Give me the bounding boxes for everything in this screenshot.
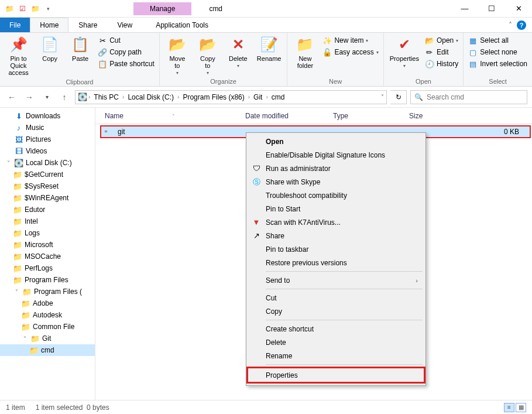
tree-folder[interactable]: Edutor [0,204,95,215]
file-tab[interactable]: File [0,18,30,32]
tree-videos[interactable]: 🎞Videos [0,145,95,157]
help-icon[interactable]: ? [517,20,526,30]
chevron-right-icon[interactable]: › [177,94,179,100]
back-button[interactable]: ← [5,90,19,104]
application-tools-tab[interactable]: Application Tools [146,18,218,32]
tree-folder[interactable]: Microsoft [0,239,95,251]
ctx-send-to[interactable]: Send to› [248,273,424,287]
tree-folder-current[interactable]: cmd [0,344,95,356]
tree-folder[interactable]: Common File [0,321,95,333]
tree-downloads[interactable]: ⬇Downloads [0,110,95,122]
details-view-button[interactable]: ≡ [504,403,514,412]
breadcrumb-item[interactable]: Local Disk (C:) [125,93,176,101]
address-dropdown-icon[interactable]: ˅ [381,94,384,100]
breadcrumb-item[interactable]: This PC [91,93,121,101]
new-item-button[interactable]: ✨New item ▾ [321,35,379,46]
tree-folder[interactable]: $GetCurrent [0,169,95,180]
edit-button[interactable]: ✏Edit [424,47,459,57]
search-box[interactable]: 🔍 [410,90,527,104]
invert-selection-button[interactable]: ▤Invert selection [467,59,528,69]
expand-icon[interactable]: ˅ [13,289,20,295]
ctx-share-skype[interactable]: ⓈShare with Skype [248,175,424,189]
history-button[interactable]: 🕘History [424,59,459,69]
recent-locations-button[interactable]: ▾ [40,90,54,104]
chevron-up-icon[interactable]: ˄ [509,21,512,29]
share-tab[interactable]: Share [68,18,107,32]
refresh-button[interactable]: ↻ [390,90,407,104]
checkbox-icon[interactable]: ☑ [18,4,27,13]
move-to-button[interactable]: 📂 Move to▾ [163,34,191,77]
easy-access-button[interactable]: 🔓Easy access ▾ [321,47,379,57]
address-bar[interactable]: 💽 › This PC› Local Disk (C:)› Program Fi… [75,90,387,104]
maximize-button[interactable]: ☐ [478,0,505,18]
pin-to-quick-access-button[interactable]: 📌 Pin to Quick access [4,34,33,77]
close-button[interactable]: ✕ [505,0,532,18]
ctx-delete[interactable]: Delete [248,336,424,349]
column-date[interactable]: Date modified [241,112,328,120]
cut-button[interactable]: ✂Cut [97,35,156,46]
tree-folder[interactable]: $WinREAgent [0,192,95,204]
tree-folder[interactable]: PerfLogs [0,262,95,274]
minimize-button[interactable]: — [451,0,478,18]
chevron-right-icon[interactable]: › [88,94,90,100]
breadcrumb-item[interactable]: Program Files (x86) [180,93,246,101]
select-none-button[interactable]: ▢Select none [467,47,528,57]
ctx-signature-icons[interactable]: Enable/Disable Digital Signature Icons [248,148,424,162]
breadcrumb-item[interactable]: cmd [269,93,287,101]
ctx-troubleshoot[interactable]: Troubleshoot compatibility [248,189,424,202]
home-tab[interactable]: Home [30,18,68,32]
large-icons-view-button[interactable]: ▦ [516,403,526,412]
tree-folder[interactable]: Intel [0,215,95,227]
tree-folder[interactable]: $SysReset [0,180,95,192]
chevron-right-icon[interactable]: › [266,94,267,100]
tree-folder[interactable]: ˅Git [0,333,95,344]
search-input[interactable] [427,93,523,101]
chevron-right-icon[interactable]: › [248,94,250,100]
view-tab[interactable]: View [107,18,142,32]
manage-contextual-tab[interactable]: Manage [133,2,191,15]
tree-folder[interactable]: Logs [0,227,95,239]
paste-shortcut-button[interactable]: 📋Paste shortcut [97,59,156,69]
chevron-right-icon[interactable]: › [122,94,124,100]
expand-icon[interactable]: ˅ [5,160,12,166]
qat-dropdown-icon[interactable]: ▾ [43,4,53,13]
ctx-share[interactable]: ↗Share [248,229,424,242]
ctx-pin-start[interactable]: Pin to Start [248,202,424,215]
ctx-open[interactable]: Open [248,135,424,148]
open-button[interactable]: 📂Open ▾ [424,35,459,46]
up-button[interactable]: ↑ [57,90,71,104]
expand-icon[interactable]: ˅ [21,336,28,342]
ctx-run-as-admin[interactable]: 🛡Run as administrator [248,162,424,175]
tree-music[interactable]: ♪Music [0,122,95,134]
breadcrumb-item[interactable]: Git [251,93,265,101]
forward-button[interactable]: → [22,90,36,104]
tree-folder[interactable]: ˅Program Files ( [0,286,95,297]
tree-pictures[interactable]: 🖼Pictures [0,134,95,145]
tree-folder[interactable]: Autodesk [0,309,95,321]
tree-local-disk[interactable]: ˅💽Local Disk (C:) [0,157,95,169]
ctx-cut[interactable]: Cut [248,291,424,304]
paste-button[interactable]: 📋 Paste [66,34,94,63]
column-name[interactable]: Name ˄ [95,112,241,120]
copy-path-button[interactable]: 🔗Copy path [97,47,156,57]
ctx-create-shortcut[interactable]: Create shortcut [248,322,424,336]
column-type[interactable]: Type [328,112,404,120]
rename-button[interactable]: 📝 Rename [255,34,284,63]
new-folder-button[interactable]: 📁 New folder [291,34,319,70]
delete-button[interactable]: ✕ Delete▾ [224,34,252,70]
properties-button[interactable]: ✔ Properties▾ [387,34,421,70]
copy-to-button[interactable]: 📂 Copy to▾ [194,34,222,77]
column-size[interactable]: Size [404,112,451,120]
tree-folder[interactable]: MSOCache [0,251,95,262]
tree-folder[interactable]: Adobe [0,297,95,309]
navigation-tree[interactable]: ⬇Downloads ♪Music 🖼Pictures 🎞Videos ˅💽Lo… [0,108,95,405]
ctx-copy[interactable]: Copy [248,304,424,318]
ctx-properties[interactable]: Properties [248,368,424,382]
select-all-button[interactable]: ▦Select all [467,35,528,46]
ctx-rename[interactable]: Rename [248,349,424,362]
tree-folder[interactable]: Program Files [0,274,95,286]
ctx-pin-taskbar[interactable]: Pin to taskbar [248,242,424,256]
copy-button[interactable]: 📄 Copy [36,34,64,63]
ctx-scan-k7[interactable]: ▼Scan with K7AntiVirus... [248,215,424,229]
ctx-restore-versions[interactable]: Restore previous versions [248,256,424,269]
